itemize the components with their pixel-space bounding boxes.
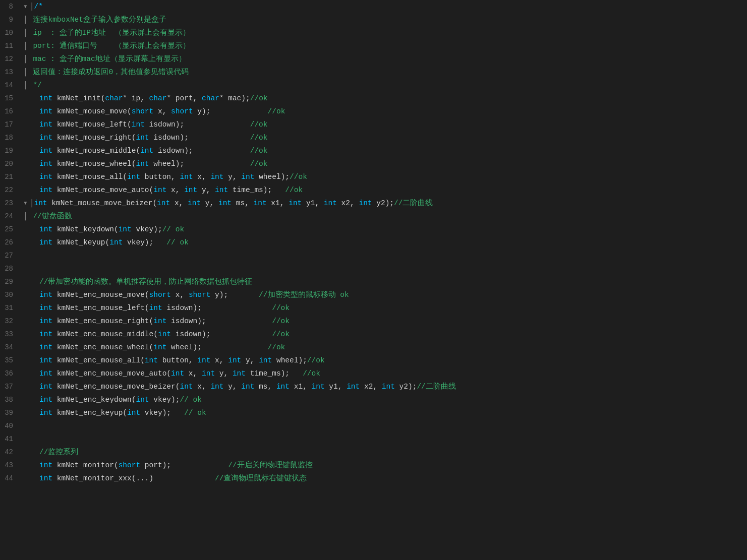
code-token: // ok (166, 238, 189, 246)
code-token: //监控系列 (39, 448, 78, 456)
code-token: //二阶曲线 (417, 383, 455, 391)
code-token: kmNet_mouse_wheel( (52, 160, 136, 168)
code-token: //带加密功能的函数。单机推荐使用，防止网络数据包抓包特征 (39, 278, 252, 286)
code-line: int kmNet_mouse_move_auto(int x, int y, … (23, 183, 747, 197)
line-number: 40 (4, 419, 13, 432)
code-token: port); (140, 461, 228, 469)
code-line: int kmNet_enc_mouse_move(short x, short … (23, 288, 747, 301)
code-token: kmNet_monitor( (52, 461, 119, 469)
code-token: //ok (272, 330, 290, 338)
line-number: 19 (4, 144, 13, 157)
code-token: // ok (162, 225, 185, 233)
code-token: kmNet_keyup( (52, 238, 109, 246)
line-number: 25 (4, 223, 13, 236)
code-token: x, (153, 107, 171, 115)
code-token: x, (184, 369, 202, 378)
code-token: ip : 盒子的IP地址 （显示屏上会有显示） (29, 29, 191, 37)
code-token: //键盘函数 (29, 212, 72, 220)
code-token: int (188, 199, 201, 207)
code-line: int kmNet_enc_mouse_wheel(int wheel); //… (23, 341, 747, 354)
code-line: int kmNet_mouse_wheel(int wheel); //ok (23, 157, 747, 170)
code-token: int (254, 199, 267, 207)
code-line: int kmNet_enc_mouse_right(int isdown); /… (23, 315, 747, 328)
code-token: int (109, 238, 123, 246)
code-token: int (259, 356, 272, 364)
code-content[interactable]: ▾│/*│ 连接kmboxNet盒子输入参数分别是盒子│ ip : 盒子的IP地… (18, 0, 747, 560)
line-number: 42 (4, 446, 13, 459)
code-token: int (241, 173, 254, 181)
code-token: //ok (307, 356, 325, 364)
code-token: char (149, 94, 167, 102)
code-token: int (158, 330, 171, 338)
fold-bar: │ (23, 81, 28, 89)
code-token: kmNet_mouse_move_beizer( (47, 199, 157, 207)
code-token: x1, (267, 199, 289, 207)
code-token: int (210, 173, 223, 181)
code-token: int (153, 317, 166, 325)
code-token: int (140, 147, 153, 155)
code-token: int (136, 160, 149, 168)
code-editor: 8910111213141516171819202122232425262728… (0, 0, 747, 560)
line-number: 20 (4, 157, 13, 170)
code-token: int (39, 94, 52, 102)
code-token: kmNet_mouse_left( (52, 120, 132, 129)
fold-icon[interactable]: ▾ (23, 199, 28, 207)
code-line: │ ip : 盒子的IP地址 （显示屏上会有显示） (23, 26, 747, 39)
code-token: int (233, 369, 246, 378)
code-token: int (132, 120, 145, 129)
code-token: 返回值：连接成功返回0，其他值参见错误代码 (29, 68, 189, 76)
code-line: //带加密功能的函数。单机推荐使用，防止网络数据包抓包特征 (23, 275, 747, 288)
code-token: vkey); (132, 225, 162, 233)
code-token: wheel); (254, 173, 290, 181)
line-number: 12 (4, 52, 13, 66)
line-number: 23 (4, 197, 13, 210)
code-token: kmNet_enc_mouse_middle( (52, 330, 158, 338)
code-token: x, (171, 291, 189, 299)
code-token: int (153, 186, 166, 194)
code-token: int (39, 238, 52, 246)
line-number: 31 (4, 301, 13, 315)
line-number: 22 (4, 183, 13, 197)
code-token: int (171, 369, 184, 378)
code-token: //ok (250, 94, 268, 102)
code-line: int kmNet_enc_mouse_all(int button, int … (23, 354, 747, 367)
code-token: int (180, 383, 193, 391)
code-token: time_ms); (228, 186, 285, 194)
code-token: */ (29, 81, 42, 89)
code-token: wheel); (149, 160, 250, 168)
code-token: isdown); (162, 304, 272, 312)
code-line: │ port: 通信端口号 （显示屏上会有显示） (23, 39, 747, 52)
code-line: │ 返回值：连接成功返回0，其他值参见错误代码 (23, 66, 747, 79)
line-number: 30 (4, 288, 13, 301)
code-token: int (39, 225, 52, 233)
code-token: isdown); (149, 134, 250, 142)
line-number: 34 (4, 341, 13, 354)
code-token: * mac); (219, 94, 250, 102)
code-line: int kmNet_enc_keydown(int vkey);// ok (23, 393, 747, 406)
code-token: int (39, 173, 52, 181)
code-token: y, (201, 199, 218, 207)
code-token: kmNet_enc_mouse_move( (52, 291, 149, 299)
line-number: 13 (4, 66, 13, 79)
line-number: 27 (4, 249, 13, 262)
line-number: 44 (4, 472, 13, 485)
fold-icon[interactable]: ▾ (23, 3, 28, 11)
code-token: isdown); (153, 147, 250, 155)
code-line (23, 419, 747, 432)
code-token: int (39, 317, 52, 325)
code-token: int (289, 199, 302, 207)
code-token: time_ms); (246, 369, 303, 378)
code-token: int (382, 383, 395, 391)
code-token: kmNet_enc_mouse_all( (52, 356, 145, 364)
line-number: 32 (4, 315, 13, 328)
code-token: short (132, 107, 154, 115)
line-number: 37 (4, 380, 13, 393)
line-number: 41 (4, 432, 13, 446)
code-token: kmNet_enc_mouse_move_auto( (52, 369, 171, 378)
code-token: int (180, 173, 193, 181)
code-line: int kmNet_mouse_left(int isdown); //ok (23, 118, 747, 131)
code-token: vkey); (123, 238, 166, 246)
code-token: kmNet_enc_mouse_move_beizer( (52, 383, 180, 391)
code-token: //ok (272, 304, 290, 312)
code-token: int (39, 147, 52, 155)
